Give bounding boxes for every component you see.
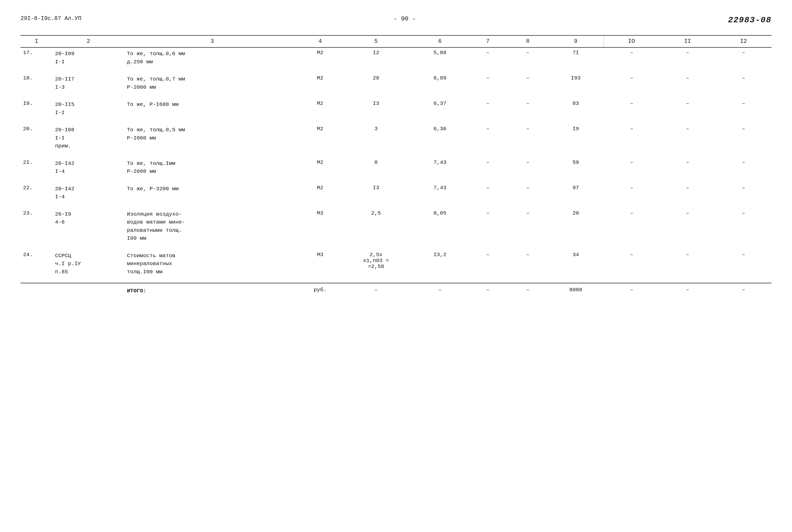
cell-row8-col7: – bbox=[468, 250, 508, 278]
col-header-3: 3 bbox=[124, 35, 300, 48]
spacer-row bbox=[20, 245, 772, 250]
col-header-7: 7 bbox=[468, 35, 508, 48]
cell-row4-col2: 20-I08I-Iприм. bbox=[53, 124, 124, 152]
col-header-10: IO bbox=[604, 35, 659, 48]
table-row: 17.20-I09I-IТо же, толщ.0,6 ммд.250 ммМ2… bbox=[20, 48, 772, 68]
footer-col7: – bbox=[468, 283, 508, 299]
col-header-12: I2 bbox=[716, 35, 772, 48]
cell-row8-col11: – bbox=[660, 250, 716, 278]
cell-row6-col4: М2 bbox=[300, 183, 340, 203]
cell-row7-col7: – bbox=[468, 208, 508, 245]
cell-row8-col2: ССРСЦч.I р.IУп.85 bbox=[53, 250, 124, 278]
col-header-6: 6 bbox=[412, 35, 468, 48]
footer-col3: ИТОГО: bbox=[124, 283, 300, 299]
cell-row1-col10: – bbox=[604, 48, 659, 68]
cell-row7-col9: 20 bbox=[548, 208, 604, 245]
cell-row5-col5: 8 bbox=[340, 157, 412, 178]
cell-row5-col9: 59 bbox=[548, 157, 604, 178]
spacer-row bbox=[20, 278, 772, 283]
cell-row3-col2: 20-II5I-I bbox=[53, 98, 124, 119]
cell-row3-col9: 83 bbox=[548, 98, 604, 119]
cell-row5-col10: – bbox=[604, 157, 659, 178]
cell-row2-col7: – bbox=[468, 73, 508, 93]
cell-row8-col1: 24. bbox=[20, 250, 53, 278]
cell-row6-col10: – bbox=[604, 183, 659, 203]
cell-row6-col2: 20-I42I-4 bbox=[53, 183, 124, 203]
cell-row8-col8: – bbox=[508, 250, 548, 278]
cell-row3-col12: – bbox=[716, 98, 772, 119]
cell-row6-col12: – bbox=[716, 183, 772, 203]
cell-row3-col5: I3 bbox=[340, 98, 412, 119]
main-table: I 2 3 4 5 6 7 8 9 IO II I2 17.20-I09I-IТ… bbox=[20, 35, 772, 299]
cell-row6-col7: – bbox=[468, 183, 508, 203]
cell-row3-col8: – bbox=[508, 98, 548, 119]
cell-row5-col12: – bbox=[716, 157, 772, 178]
header-left: 29I-8-I9с.87 Ал.УП bbox=[20, 15, 81, 22]
spacer-row bbox=[20, 93, 772, 98]
cell-row7-col1: 23. bbox=[20, 208, 53, 245]
cell-row5-col6: 7,43 bbox=[412, 157, 468, 178]
table-row: 23.26-I94-6Изоляция воздухо-водов матами… bbox=[20, 208, 772, 245]
cell-row1-col11: – bbox=[660, 48, 716, 68]
footer-col4: руб. bbox=[300, 283, 340, 299]
cell-row6-col6: 7,43 bbox=[412, 183, 468, 203]
itogo-row: ИТОГО:руб.––––8088––– bbox=[20, 283, 772, 299]
cell-row3-col7: – bbox=[468, 98, 508, 119]
cell-row7-col3: Изоляция воздухо-водов матами мине-ралов… bbox=[124, 208, 300, 245]
footer-col6: – bbox=[412, 283, 468, 299]
cell-row6-col11: – bbox=[660, 183, 716, 203]
cell-row2-col11: – bbox=[660, 73, 716, 93]
cell-row4-col4: М2 bbox=[300, 124, 340, 152]
cell-row2-col4: М2 bbox=[300, 73, 340, 93]
cell-row3-col3: То же, Р-I600 мм bbox=[124, 98, 300, 119]
cell-row3-col10: – bbox=[604, 98, 659, 119]
cell-row6-col3: То же, Р-3200 мм bbox=[124, 183, 300, 203]
cell-row6-col1: 22. bbox=[20, 183, 53, 203]
cell-row5-col3: То же, толщ.IммР-2600 мм bbox=[124, 157, 300, 178]
cell-row1-col3: То же, толщ.0,6 ммд.250 мм bbox=[124, 48, 300, 68]
table-row: I9.20-II5I-IТо же, Р-I600 ммМ2I36,37––83… bbox=[20, 98, 772, 119]
cell-row1-col9: 7I bbox=[548, 48, 604, 68]
col-header-5: 5 bbox=[340, 35, 412, 48]
cell-row4-col9: I9 bbox=[548, 124, 604, 152]
col-header-4: 4 bbox=[300, 35, 340, 48]
cell-row8-col4: М3 bbox=[300, 250, 340, 278]
spacer-row bbox=[20, 178, 772, 183]
cell-row1-col12: – bbox=[716, 48, 772, 68]
header-center: - 90 - bbox=[394, 15, 416, 22]
col-header-1: I bbox=[20, 35, 53, 48]
cell-row2-col8: – bbox=[508, 73, 548, 93]
cell-row7-col6: 8,05 bbox=[412, 208, 468, 245]
cell-row2-col12: – bbox=[716, 73, 772, 93]
cell-row1-col4: М2 bbox=[300, 48, 340, 68]
cell-row3-col4: М2 bbox=[300, 98, 340, 119]
cell-row6-col9: 97 bbox=[548, 183, 604, 203]
footer-col2 bbox=[53, 283, 124, 299]
footer-col1 bbox=[20, 283, 53, 299]
col-header-9: 9 bbox=[548, 35, 604, 48]
footer-col8: – bbox=[508, 283, 548, 299]
table-row: 20.20-I08I-Iприм.То же, толщ.0,5 ммР-I00… bbox=[20, 124, 772, 152]
cell-row2-col5: 28 bbox=[340, 73, 412, 93]
cell-row4-col1: 20. bbox=[20, 124, 53, 152]
cell-row7-col11: – bbox=[660, 208, 716, 245]
table-header-row: I 2 3 4 5 6 7 8 9 IO II I2 bbox=[20, 35, 772, 48]
cell-row1-col7: – bbox=[468, 48, 508, 68]
cell-row2-col9: I93 bbox=[548, 73, 604, 93]
footer-col12: – bbox=[716, 283, 772, 299]
cell-row3-col1: I9. bbox=[20, 98, 53, 119]
table-row: 2I.20-I42I-4То же, толщ.IммР-2600 ммМ287… bbox=[20, 157, 772, 178]
cell-row7-col8: – bbox=[508, 208, 548, 245]
cell-row8-col3: Стоимость матовминераловатныхтолщ.I00 мм bbox=[124, 250, 300, 278]
cell-row2-col1: 18. bbox=[20, 73, 53, 93]
cell-row8-col12: – bbox=[716, 250, 772, 278]
cell-row1-col8: – bbox=[508, 48, 548, 68]
cell-row6-col5: I3 bbox=[340, 183, 412, 203]
cell-row5-col7: – bbox=[468, 157, 508, 178]
footer-col11: – bbox=[660, 283, 716, 299]
cell-row1-col5: I2 bbox=[340, 48, 412, 68]
cell-row7-col4: М3 bbox=[300, 208, 340, 245]
footer-col9: 8088 bbox=[548, 283, 604, 299]
table-row: 18.20-II7I-3То же, толщ.0,7 ммР-2000 ммМ… bbox=[20, 73, 772, 93]
cell-row4-col10: – bbox=[604, 124, 659, 152]
